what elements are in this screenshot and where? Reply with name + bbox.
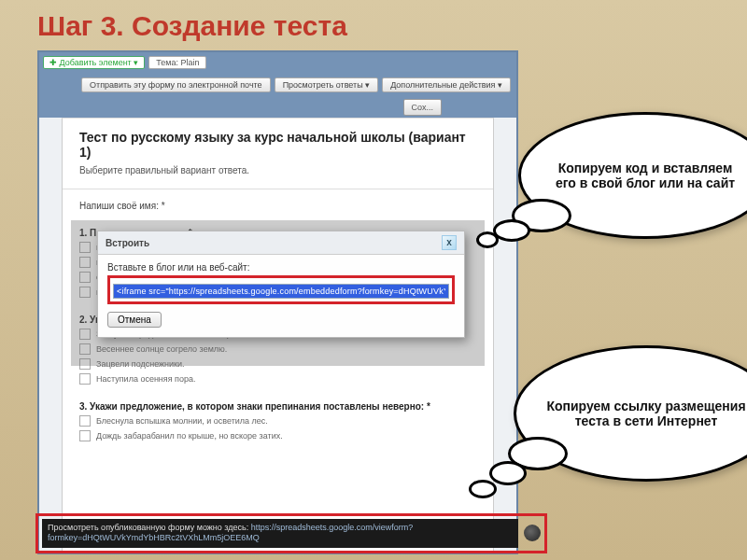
slide-title: Шаг 3. Создание теста — [37, 10, 347, 42]
callout-text: Копируем ссылку размещения теста в сети … — [543, 399, 747, 428]
option-text: Дождь забарабанил по крыше, но вскоре за… — [96, 431, 283, 441]
divider — [63, 189, 493, 189]
more-actions-button[interactable]: Дополнительные действия ▾ — [382, 77, 511, 92]
theme-button[interactable]: Тема: Plain — [148, 56, 206, 69]
close-icon[interactable]: x — [442, 235, 457, 250]
handle-icon — [524, 525, 541, 541]
publish-prefix: Просмотреть опубликованную форму можно з… — [48, 523, 251, 532]
embed-label: Вставьте в блог или на веб-сайт: — [107, 262, 455, 273]
footer-highlight: Просмотреть опубликованную форму можно з… — [35, 513, 547, 553]
save-strip: Сох... — [39, 97, 516, 118]
q2-opt-4[interactable]: Наступила осенняя пора. — [79, 373, 476, 385]
popup-header: Встроить x — [98, 231, 464, 255]
cloud-tail-icon — [469, 480, 497, 498]
option-text: Наступила осенняя пора. — [96, 374, 195, 384]
add-element-button[interactable]: Добавить элемент ▾ — [43, 56, 145, 69]
checkbox-icon — [79, 415, 91, 427]
q3-opt-1[interactable]: Блеснула вспышка молнии, и осветила лес. — [79, 415, 476, 427]
form-title: Тест по русскому языку за курс начальной… — [79, 130, 476, 160]
question-3: 3. Укажи предложение, в котором знаки пр… — [79, 401, 476, 412]
screenshot-panel: Добавить элемент ▾ Тема: Plain Отправить… — [37, 50, 518, 554]
publish-url-bar: Просмотреть опубликованную форму можно з… — [42, 519, 518, 548]
embed-highlight — [107, 275, 455, 304]
save-button[interactable]: Сох... — [403, 99, 442, 116]
checkbox-icon — [79, 430, 91, 441]
q3-opt-2[interactable]: Дождь забарабанил по крыше, но вскоре за… — [79, 430, 476, 441]
popup-title: Встроить — [106, 238, 149, 248]
name-label: Напиши своё имя: * — [79, 201, 476, 211]
embed-popup: Встроить x Вставьте в блог или на веб-са… — [97, 231, 465, 338]
cloud-tail-icon — [476, 231, 499, 248]
option-text: Блеснула вспышка молнии, и осветила лес. — [96, 416, 268, 426]
callout-text: Копируем код и вставляем его в свой блог… — [547, 161, 743, 190]
top-toolbar: Добавить элемент ▾ Тема: Plain — [39, 52, 516, 73]
cloud-tail-icon — [493, 219, 530, 242]
cancel-button[interactable]: Отмена — [107, 312, 162, 328]
view-answers-button[interactable]: Просмотреть ответы ▾ — [275, 77, 379, 92]
form-subtitle: Выберите правильный вариант ответа. — [79, 165, 476, 175]
embed-code-input[interactable] — [113, 284, 449, 299]
cloud-tail-icon — [489, 461, 527, 485]
checkbox-icon — [79, 373, 91, 385]
action-toolbar: Отправить эту форму по электронной почте… — [39, 73, 516, 97]
send-form-button[interactable]: Отправить эту форму по электронной почте — [81, 77, 271, 92]
